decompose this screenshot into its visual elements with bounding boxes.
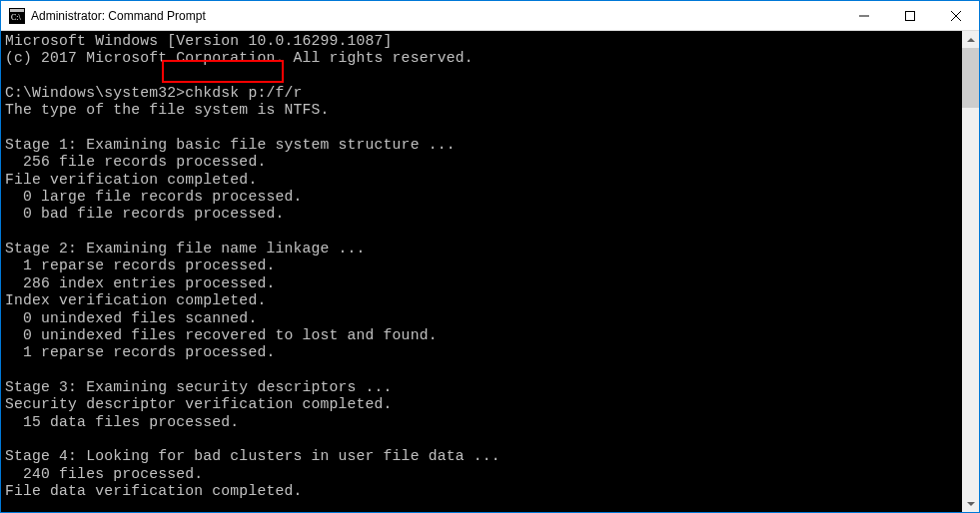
- terminal-line: (c) 2017 Microsoft Corporation. All righ…: [5, 50, 474, 66]
- terminal-line: Stage 1: Examining basic file system str…: [5, 137, 456, 153]
- terminal-line: Index verification completed.: [5, 292, 266, 308]
- terminal-line: 0 unindexed files recovered to lost and …: [5, 327, 438, 343]
- scrollbar-thumb[interactable]: [962, 48, 979, 108]
- terminal-line: Microsoft Windows [Version 10.0.16299.10…: [5, 33, 393, 49]
- close-button[interactable]: [933, 1, 979, 30]
- terminal-line: File verification completed.: [5, 172, 257, 188]
- svg-text:C:\: C:\: [11, 13, 22, 22]
- terminal-line: 240 files processed.: [5, 466, 203, 482]
- scrollbar-up-arrow[interactable]: [962, 31, 979, 48]
- svg-rect-4: [906, 11, 915, 20]
- terminal-line: 0 bad file records processed.: [5, 206, 284, 222]
- scrollbar-down-arrow[interactable]: [962, 495, 979, 512]
- terminal-line: 0 large file records processed.: [5, 189, 302, 205]
- terminal-line: 1 reparse records processed.: [5, 344, 275, 360]
- terminal-line: 0 unindexed files scanned.: [5, 310, 257, 326]
- window-title: Administrator: Command Prompt: [31, 9, 841, 23]
- terminal-command: chkdsk p:/f/r: [185, 85, 302, 101]
- window-controls: [841, 1, 979, 30]
- terminal-line: 15 data files processed.: [5, 414, 239, 430]
- terminal-line: 286 index entries processed.: [5, 275, 275, 291]
- window-titlebar: C:\ Administrator: Command Prompt: [1, 1, 979, 31]
- cmd-icon: C:\: [9, 8, 25, 24]
- maximize-button[interactable]: [887, 1, 933, 30]
- terminal-line: Stage 4: Looking for bad clusters in use…: [5, 448, 500, 464]
- terminal-line: 256 file records processed.: [5, 154, 266, 170]
- terminal-prompt: C:\Windows\system32>: [5, 85, 185, 101]
- terminal-output[interactable]: Microsoft Windows [Version 10.0.16299.10…: [1, 31, 962, 512]
- minimize-button[interactable]: [841, 1, 887, 30]
- svg-marker-8: [967, 502, 975, 506]
- terminal-wrapper: Microsoft Windows [Version 10.0.16299.10…: [1, 31, 979, 512]
- terminal-line: 1 reparse records processed.: [5, 257, 275, 273]
- terminal-line: Stage 2: Examining file name linkage ...: [5, 241, 366, 256]
- scrollbar-track[interactable]: [962, 48, 979, 495]
- svg-marker-7: [967, 38, 975, 42]
- terminal-line: File data verification completed.: [5, 483, 302, 499]
- svg-rect-1: [10, 9, 24, 12]
- terminal-line: Stage 3: Examining security descriptors …: [5, 379, 393, 395]
- terminal-line: The type of the file system is NTFS.: [5, 102, 330, 118]
- vertical-scrollbar[interactable]: [962, 31, 979, 512]
- terminal-line: Security descriptor verification complet…: [5, 396, 393, 412]
